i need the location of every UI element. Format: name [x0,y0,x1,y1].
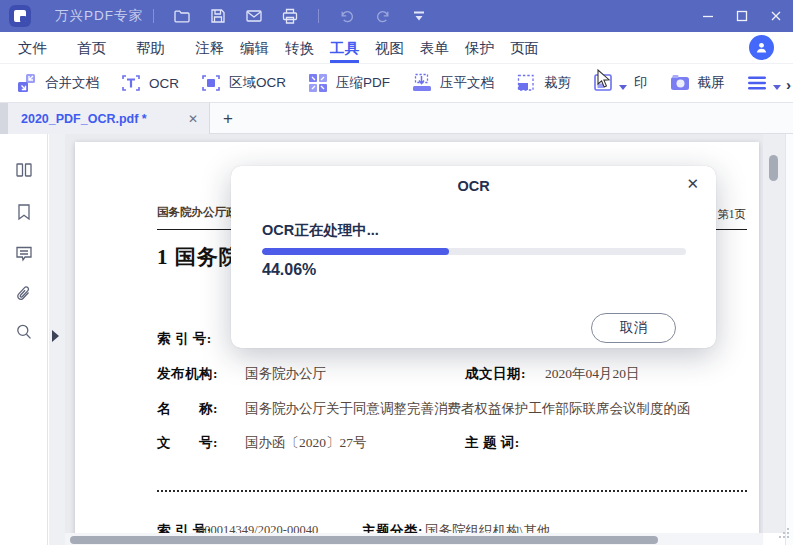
flatten-document-button[interactable]: 压平文档 [411,72,494,94]
page-number: 第1页 [717,207,746,222]
tools-toolbar: 合并文档 OCR 区域OCR 压缩PDF [0,64,793,103]
tool-label: 印 [634,74,648,92]
right-edge-strip [785,134,793,545]
field-value: 2020年04月20日 [545,365,640,383]
toolbar-overflow-chevron[interactable]: › [786,76,791,93]
app-window: 万兴PDF专家 文件 首页 帮助 [0,0,793,545]
divider [318,9,319,23]
ocr-icon [120,72,142,94]
open-folder-icon[interactable] [173,7,191,25]
vertical-scrollbar[interactable] [763,134,785,533]
field-label: 索 引 号: [157,330,212,348]
field-value: 国务院办公厅关于同意调整完善消费者权益保护工作部际联席会议制度的函 [245,400,691,418]
ocr-progress-bar [262,248,686,255]
more-tools-menu-button[interactable] [746,72,781,94]
tool-label: OCR [149,76,179,91]
tool-label: 区域OCR [229,74,286,92]
dialog-title: OCR [231,178,716,194]
tool-label: 截屏 [698,74,725,92]
field-label: 发布机构: [157,365,218,383]
crop-icon [515,72,537,94]
attachments-icon[interactable] [14,284,34,304]
menu-form[interactable]: 表单 [420,33,449,63]
dotted-divider [157,490,747,492]
maximize-button[interactable] [725,0,759,32]
compress-pdf-button[interactable]: 压缩PDF [307,72,390,94]
crop-button[interactable]: 裁剪 [515,72,571,94]
document-tab-bar: 2020_PDF_OCR.pdf * ✕ + [0,103,793,134]
screenshot-icon [669,72,691,94]
menu-view[interactable]: 视图 [375,33,404,63]
field-value: 国办函〔2020〕27号 [245,434,367,452]
tab-title: 2020_PDF_OCR.pdf * [21,112,188,126]
document-tab[interactable]: 2020_PDF_OCR.pdf * ✕ [8,103,210,134]
app-logo-icon [9,5,31,27]
tool-label: 压平文档 [440,74,494,92]
merge-documents-icon [16,72,38,94]
menu-home[interactable]: 首页 [77,33,106,63]
field-value: 国务院办公厅 [245,365,326,383]
merge-documents-button[interactable]: 合并文档 [16,72,99,94]
menu-help[interactable]: 帮助 [136,33,165,63]
tab-close-icon[interactable]: ✕ [188,112,198,126]
field-label: 主 题 词: [465,434,520,452]
app-title: 万兴PDF专家 [55,7,143,25]
menu-protect[interactable]: 保护 [465,33,494,63]
horizontal-scrollbar-thumb[interactable] [70,536,658,544]
print-icon[interactable] [281,7,299,25]
area-ocr-icon [200,72,222,94]
page-header-text: 国务院办公厅政 [157,205,238,220]
tabbar-left-edge [0,103,8,134]
field-label: 名 称: [157,400,218,418]
ocr-dialog: OCR ✕ OCR正在处理中... 44.06% 取消 [231,166,716,348]
field-label: 成文日期: [465,365,526,383]
menu-bar: 文件 首页 帮助 注释 编辑 转换 工具 视图 表单 保护 页面 [0,32,793,64]
bookmarks-icon[interactable] [14,202,34,222]
compress-pdf-icon [307,72,329,94]
mouse-cursor [597,69,613,93]
vertical-scrollbar-thumb[interactable] [769,155,778,181]
panel-expand-handle[interactable] [52,330,59,342]
tool-label: 裁剪 [544,74,571,92]
user-avatar[interactable] [749,35,774,60]
dialog-close-icon[interactable]: ✕ [686,175,699,193]
field-label: 文 号: [157,434,218,452]
horizontal-scrollbar[interactable] [65,533,763,545]
save-icon[interactable] [209,7,227,25]
screenshot-button[interactable]: 截屏 [669,72,725,94]
ocr-percent-text: 44.06% [262,261,316,279]
minimize-button[interactable] [691,0,725,32]
new-tab-button[interactable]: + [210,103,246,134]
divider [153,9,154,23]
resize-grip[interactable] [779,536,781,538]
ocr-progress-fill [262,248,449,255]
menu-convert[interactable]: 转换 [285,33,314,63]
menu-file[interactable]: 文件 [18,33,47,63]
ocr-button[interactable]: OCR [120,72,179,94]
hamburger-menu-icon [746,72,768,94]
tool-label: 压缩PDF [336,74,390,92]
flatten-document-icon [411,72,433,94]
title-bar: 万兴PDF专家 [0,0,793,32]
window-controls [691,0,793,32]
menu-page[interactable]: 页面 [510,33,539,63]
redo-icon[interactable] [374,7,392,25]
comments-icon[interactable] [14,243,34,263]
navigation-sidebar [0,134,48,545]
ocr-status-text: OCR正在处理中... [262,221,379,240]
chevron-down-icon[interactable] [773,85,781,90]
customize-toolbar-icon[interactable] [410,7,428,25]
cancel-button[interactable]: 取消 [591,313,676,343]
page-thumbnails-icon[interactable] [14,160,34,180]
search-icon[interactable] [14,322,34,342]
document-heading: 1 国务院 [157,243,241,271]
menu-comment[interactable]: 注释 [195,33,224,63]
area-ocr-button[interactable]: 区域OCR [200,72,286,94]
tool-label: 合并文档 [45,74,99,92]
undo-icon[interactable] [338,7,356,25]
close-button[interactable] [759,0,793,32]
menu-tools[interactable]: 工具 [330,33,359,63]
menu-edit[interactable]: 编辑 [240,33,269,63]
chevron-down-icon[interactable] [619,85,627,90]
email-icon[interactable] [245,7,263,25]
